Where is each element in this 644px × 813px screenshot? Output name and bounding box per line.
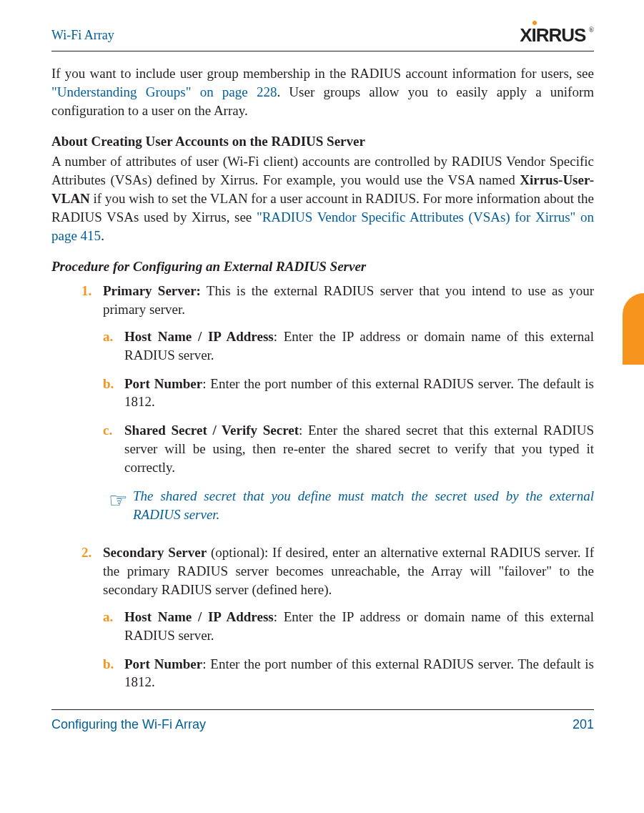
- brand-logo: XIRRUS ®: [520, 24, 594, 46]
- intro-pre: If you want to include user group member…: [51, 66, 594, 81]
- header-divider: [51, 51, 594, 51]
- body-text: If you want to include user group member…: [51, 64, 594, 701]
- list-item-1: 1. Primary Server: This is the external …: [81, 282, 594, 533]
- sub-list-1: a. Host Name / IP Address: Enter the IP …: [103, 327, 594, 523]
- host-name-bold: Host Name / IP Address: [124, 329, 274, 344]
- sub-item-2a: a. Host Name / IP Address: Enter the IP …: [103, 608, 594, 645]
- sub-letter: a.: [103, 608, 124, 645]
- sub-body: Host Name / IP Address: Enter the IP add…: [124, 608, 594, 645]
- footer-row: Configuring the Wi-Fi Array 201: [51, 717, 594, 732]
- secondary-server-bold: Secondary Server: [103, 545, 207, 560]
- about-paragraph: A number of attributes of user (Wi-Fi cl…: [51, 152, 594, 245]
- list-number: 1.: [81, 282, 103, 533]
- logo-text: XIRRUS: [520, 24, 585, 46]
- list-item-2: 2. Secondary Server (optional): If desir…: [81, 543, 594, 701]
- footer-section-title: Configuring the Wi-Fi Array: [51, 717, 206, 732]
- sub-item-2b: b. Port Number: Enter the port number of…: [103, 655, 594, 692]
- sub-item-1b: b. Port Number: Enter the port number of…: [103, 375, 594, 412]
- intro-paragraph: If you want to include user group member…: [51, 64, 594, 119]
- page-container: Wi-Fi Array XIRRUS ® If you want to incl…: [0, 0, 644, 758]
- about-p-end: .: [101, 228, 104, 243]
- sub-body: Port Number: Enter the port number of th…: [124, 655, 594, 692]
- link-understanding-groups[interactable]: "Understanding Groups" on page 228: [51, 84, 277, 99]
- list-number: 2.: [81, 543, 103, 701]
- sub-letter: a.: [103, 327, 124, 365]
- port-number-bold: Port Number: [124, 656, 202, 671]
- host-name-bold: Host Name / IP Address: [124, 609, 274, 624]
- sub-body: Shared Secret / Verify Secret: Enter the…: [124, 421, 594, 476]
- sub-list-2: a. Host Name / IP Address: Enter the IP …: [103, 608, 594, 691]
- footer-divider: [51, 709, 594, 710]
- list-item-body: Primary Server: This is the external RAD…: [103, 282, 594, 533]
- sub-letter: b.: [103, 655, 124, 692]
- sub-letter: b.: [103, 375, 124, 412]
- running-title: Wi-Fi Array: [51, 28, 114, 43]
- port-number-bold: Port Number: [124, 376, 202, 391]
- sub-body: Host Name / IP Address: Enter the IP add…: [124, 327, 594, 365]
- registered-icon: ®: [588, 26, 594, 34]
- heading-about-creating: About Creating User Accounts on the RADI…: [51, 132, 594, 151]
- note-text: The shared secret that you define must m…: [133, 487, 594, 524]
- shared-secret-bold: Shared Secret / Verify Secret: [124, 423, 299, 438]
- page-number: 201: [573, 717, 594, 732]
- note-row: ☞ The shared secret that you define must…: [103, 487, 594, 524]
- sub-letter: c.: [103, 421, 124, 476]
- about-p-pre: A number of attributes of user (Wi-Fi cl…: [51, 154, 594, 187]
- list-item-body: Secondary Server (optional): If desired,…: [103, 543, 594, 701]
- sub-item-1c: c. Shared Secret / Verify Secret: Enter …: [103, 421, 594, 476]
- primary-server-bold: Primary Server:: [103, 283, 201, 298]
- running-header: Wi-Fi Array XIRRUS ®: [51, 24, 594, 46]
- page-footer: Configuring the Wi-Fi Array 201: [51, 709, 594, 732]
- sub-body: Port Number: Enter the port number of th…: [124, 375, 594, 412]
- hand-point-icon: ☞: [103, 490, 133, 511]
- ordered-list: 1. Primary Server: This is the external …: [81, 282, 594, 701]
- heading-procedure: Procedure for Configuring an External RA…: [51, 257, 594, 276]
- sub-item-1a: a. Host Name / IP Address: Enter the IP …: [103, 327, 594, 365]
